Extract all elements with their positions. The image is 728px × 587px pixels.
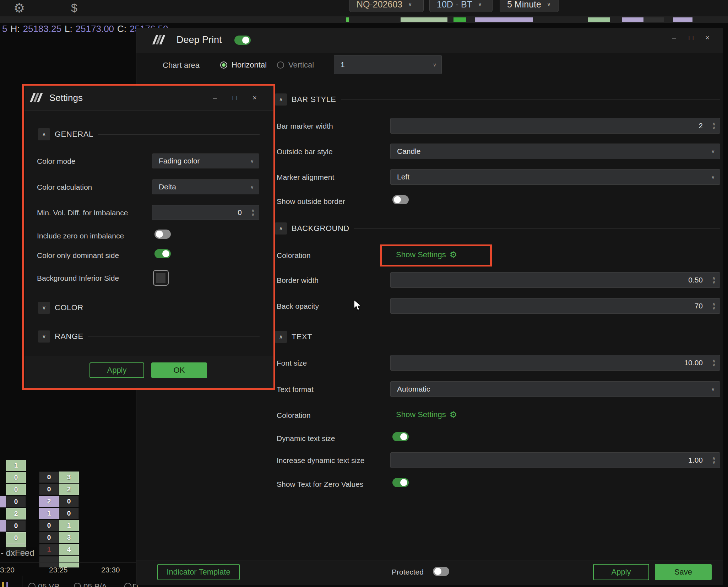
back-opacity-value: 70: [695, 302, 703, 310]
indicator-radio-icon[interactable]: [28, 583, 36, 587]
increase-dynamic-text-size-input[interactable]: 1.00 ∧∨: [390, 452, 720, 468]
radio-vertical[interactable]: [277, 61, 284, 69]
include-zero-toggle[interactable]: [154, 230, 171, 239]
gear-icon: ⚙: [450, 250, 457, 260]
footprint-cell: 3: [59, 532, 79, 543]
settings-ok-button[interactable]: OK: [151, 362, 207, 378]
footprint-cell: 4: [59, 544, 79, 555]
spinner-arrows-icon[interactable]: ∧∨: [251, 209, 255, 216]
close-label: C:: [117, 23, 126, 34]
imbalance-marker: [0, 496, 6, 507]
low-label: L:: [65, 23, 72, 34]
section-line: [354, 228, 720, 229]
dollar-icon[interactable]: $: [71, 1, 77, 15]
bar-marker-width-value: 2: [699, 122, 703, 130]
expand-icon[interactable]: ∨: [38, 330, 50, 343]
indicator-radio-icon[interactable]: [124, 583, 131, 587]
background-coloration-show-settings-link[interactable]: Show Settings ⚙: [396, 250, 457, 260]
settings-gear-icon[interactable]: ⚙: [13, 1, 25, 16]
text-format-value: Automatic: [397, 385, 430, 393]
section-line: [88, 336, 260, 337]
range-dropdown[interactable]: 10D - BT ∨: [429, 0, 493, 12]
low-value: 25173.00: [76, 23, 114, 34]
chart-area-label: Chart area: [163, 61, 200, 70]
color-mode-select[interactable]: Fading color ∨: [152, 154, 259, 168]
footprint-cell: 1: [6, 460, 26, 471]
chevron-down-icon: ∨: [408, 1, 412, 7]
indicator-radio-icon[interactable]: [74, 583, 81, 587]
session-strip-segment: [453, 17, 466, 22]
text-coloration-show-settings-link[interactable]: Show Settings ⚙: [396, 410, 457, 420]
increase-dynamic-text-size-label: Increase dynamic text size: [277, 456, 364, 465]
footprint-cell: 3: [59, 472, 79, 483]
chevron-down-icon: ∨: [250, 184, 254, 190]
spinner-arrows-icon[interactable]: ∧∨: [712, 302, 716, 310]
spinner-arrows-icon[interactable]: ∧∨: [712, 122, 716, 130]
minimize-button[interactable]: –: [209, 92, 221, 103]
color-calculation-select[interactable]: Delta ∨: [152, 179, 259, 194]
text-format-select[interactable]: Automatic ∨: [390, 381, 720, 397]
show-outside-border-toggle[interactable]: [392, 195, 409, 204]
footprint-cell: 1: [59, 520, 79, 531]
dynamic-text-size-toggle[interactable]: [392, 432, 409, 441]
indicator-tab-label[interactable]: 05 VP: [38, 582, 59, 587]
protected-toggle[interactable]: [433, 567, 449, 576]
coloration-label: Coloration: [277, 251, 311, 260]
time-axis-divider: [0, 562, 136, 563]
apply-button[interactable]: Apply: [593, 564, 649, 580]
spinner-arrows-icon[interactable]: ∧∨: [712, 456, 716, 464]
spinner-arrows-icon[interactable]: ∧∨: [712, 359, 716, 367]
show-text-zero-values-toggle[interactable]: [392, 478, 409, 487]
min-vol-diff-input[interactable]: 0 ∧∨: [152, 205, 259, 220]
section-line: [317, 337, 720, 337]
collapse-icon[interactable]: ∧: [275, 93, 287, 106]
maximize-button[interactable]: □: [685, 32, 697, 43]
color-dominant-toggle[interactable]: [154, 249, 171, 258]
radio-horizontal-label[interactable]: Horizontal: [232, 60, 267, 70]
font-size-input[interactable]: 10.00 ∧∨: [390, 355, 720, 371]
indicator-template-button[interactable]: Indicator Template: [157, 564, 240, 580]
maximize-button[interactable]: □: [229, 92, 240, 103]
section-text: ∧ TEXT: [275, 331, 720, 343]
collapse-icon[interactable]: ∧: [38, 128, 50, 140]
timeframe-dropdown[interactable]: 5 Minute ∨: [500, 0, 559, 12]
window-title: Deep Print: [176, 34, 222, 45]
footprint-cell: 0: [59, 508, 79, 519]
symbol-dropdown[interactable]: NQ-202603 ∨: [349, 0, 424, 12]
close-button[interactable]: ×: [249, 92, 260, 103]
color-dominant-label: Color only dominant side: [37, 251, 119, 260]
expand-icon[interactable]: ∨: [38, 302, 50, 314]
radio-vertical-label[interactable]: Vertical: [288, 60, 314, 70]
session-strip-segment: [346, 17, 349, 22]
deep-print-enabled-toggle[interactable]: [234, 36, 251, 45]
high-label: H:: [10, 23, 20, 34]
radio-horizontal[interactable]: [220, 61, 227, 69]
show-text-zero-values-label: Show Text for Zero Values: [277, 480, 363, 489]
back-opacity-input[interactable]: 70 ∧∨: [390, 298, 720, 314]
save-button[interactable]: Save: [655, 564, 712, 580]
section-line: [341, 99, 720, 100]
bar-marker-width-input[interactable]: 2 ∧∨: [390, 118, 720, 134]
timeframe-value: 5 Minute: [507, 0, 541, 10]
spinner-arrows-icon[interactable]: ∧∨: [712, 276, 716, 284]
outside-bar-style-select[interactable]: Candle ∨: [390, 144, 720, 159]
close-button[interactable]: ×: [702, 32, 713, 43]
tick-mark-gold: [2, 582, 4, 587]
footprint-cell: 2: [39, 496, 59, 507]
indicator-tab-label[interactable]: 05 P/A: [83, 582, 107, 587]
deep-print-titlebar: Deep Print – □ ×: [136, 28, 723, 53]
color-mode-label: Color mode: [37, 157, 76, 166]
collapse-icon[interactable]: ∧: [275, 331, 287, 343]
chevron-down-icon: ∨: [478, 1, 482, 7]
chart-area-select[interactable]: 1 ∨: [334, 55, 442, 74]
border-width-input[interactable]: 0.50 ∧∨: [390, 272, 720, 288]
dynamic-text-size-label: Dynamic text size: [277, 434, 335, 443]
minimize-button[interactable]: –: [668, 32, 680, 43]
background-inferior-color-swatch[interactable]: [153, 270, 169, 286]
session-strip-segment: [673, 17, 692, 22]
settings-apply-button[interactable]: Apply: [89, 362, 144, 378]
collapse-icon[interactable]: ∧: [275, 222, 287, 235]
marker-alignment-select[interactable]: Left ∨: [390, 169, 720, 185]
section-title: BACKGROUND: [292, 224, 349, 233]
show-outside-border-label: Show outside border: [277, 197, 345, 206]
